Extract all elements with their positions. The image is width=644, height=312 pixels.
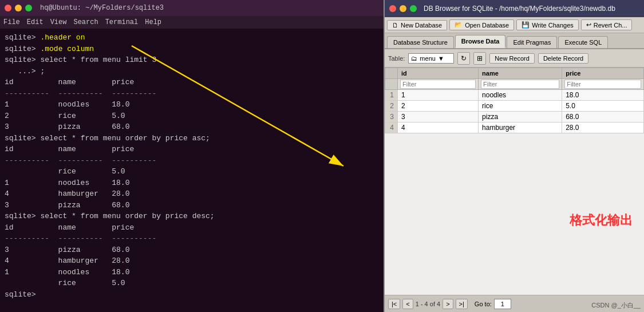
first-page-button[interactable]: |< <box>388 299 400 309</box>
terminal-line: 1 noodles 18.0 <box>5 177 379 189</box>
table-icon: 🗂 <box>411 55 417 62</box>
terminal-line: id name price <box>5 144 379 155</box>
terminal-line: sqlite> .header on <box>5 32 379 44</box>
delete-record-button[interactable]: Delete Record <box>538 53 588 64</box>
cell-id: 1 <box>398 90 479 101</box>
table-body: 1 1 noodles 18.0 2 2 rice 5.0 3 3 pizza … <box>385 90 644 133</box>
db-toolbar: Table: 🗂 menu ▼ ↻ ⊞ New Record Delete Re… <box>385 49 644 68</box>
revert-changes-button[interactable]: ↩ Revert Ch... <box>581 19 633 30</box>
menu-terminal[interactable]: Terminal <box>105 18 139 26</box>
cell-id: 4 <box>398 123 479 133</box>
terminal-titlebar: hq@Ubuntu: ~/MyFolders/sqlite3 <box>0 0 384 16</box>
menu-file[interactable]: File <box>3 18 20 26</box>
db-maximize-button[interactable] <box>410 5 417 12</box>
cell-name: rice <box>479 101 562 112</box>
table-row[interactable]: 1 1 noodles 18.0 <box>385 90 644 101</box>
goto-input[interactable] <box>494 299 511 309</box>
cell-price: 5.0 <box>562 101 644 112</box>
last-page-button[interactable]: >| <box>456 299 468 309</box>
terminal-line: sqlite> .mode column <box>5 44 379 55</box>
row-number: 2 <box>385 101 398 112</box>
cell-id: 2 <box>398 101 479 112</box>
cell-price: 68.0 <box>562 112 644 123</box>
terminal-line: ---------- ---------- ---------- <box>5 155 379 167</box>
terminal-line: 3 pizza 68.0 <box>5 244 379 256</box>
terminal-line: rice 5.0 <box>5 278 379 289</box>
write-changes-icon: 💾 <box>521 21 530 29</box>
terminal-line: ---------- ---------- ---------- <box>5 233 379 244</box>
maximize-button[interactable] <box>25 5 32 11</box>
terminal-line: id name price <box>5 77 379 88</box>
filter-row <box>385 79 644 90</box>
terminal-line: 4 hamburger 28.0 <box>5 188 379 200</box>
open-database-icon: 📂 <box>455 21 463 29</box>
menu-view[interactable]: View <box>50 18 67 26</box>
column-header-name[interactable]: name <box>479 68 562 79</box>
terminal-line: 1 noodles 18.0 <box>5 267 379 278</box>
terminal-line: 4 hamburger 28.0 <box>5 255 379 267</box>
table-header-row: id name price <box>385 68 644 79</box>
chinese-annotation: 格式化输出 <box>570 212 633 229</box>
terminal-line: id name price <box>5 222 379 234</box>
column-header-price[interactable]: price <box>562 68 644 79</box>
column-header-id[interactable]: id <box>398 68 479 79</box>
filter-price[interactable] <box>564 80 641 89</box>
menu-help[interactable]: Help <box>145 18 161 26</box>
filter-name[interactable] <box>481 80 559 89</box>
row-number: 4 <box>385 123 398 133</box>
table-selector[interactable]: 🗂 menu ▼ <box>408 53 454 64</box>
terminal-line: ...> ; <box>5 66 379 77</box>
new-database-icon: 🗋 <box>392 22 398 29</box>
terminal-line: sqlite> select * from menu order by pric… <box>5 133 379 144</box>
row-number-header <box>385 68 398 79</box>
tab-execute-sql[interactable]: Execute SQL <box>558 36 608 48</box>
terminal-title: hq@Ubuntu: ~/MyFolders/sqlite3 <box>40 4 164 12</box>
terminal-line: 1 noodles 18.0 <box>5 99 379 110</box>
goto-label: Go to: <box>475 301 492 307</box>
terminal-line: sqlite> select * from menu limit 3 <box>5 54 379 66</box>
menu-search[interactable]: Search <box>73 18 98 26</box>
data-table: id name price 1 1 noodles 18.0 2 2 rice <box>385 68 644 133</box>
table-row[interactable]: 2 2 rice 5.0 <box>385 101 644 112</box>
db-browser-window: DB Browser for SQLite - /home/hq/MyFolde… <box>384 0 644 312</box>
open-database-button[interactable]: 📂 Open Database <box>449 19 514 30</box>
tab-edit-pragmas[interactable]: Edit Pragmas <box>507 36 557 48</box>
cell-name: noodles <box>479 90 562 101</box>
terminal-line: rice 5.0 <box>5 166 379 177</box>
menu-edit[interactable]: Edit <box>27 18 44 26</box>
csdn-watermark: CSDN @_小白__ <box>591 301 641 310</box>
db-minimize-button[interactable] <box>400 5 406 12</box>
table-label: Table: <box>388 55 405 62</box>
terminal-line: 3 pizza 68.0 <box>5 200 379 211</box>
terminal-line: ---------- ---------- ---------- <box>5 88 379 100</box>
new-record-button[interactable]: New Record <box>489 53 535 64</box>
cell-price: 28.0 <box>562 123 644 133</box>
refresh-button[interactable]: ↻ <box>457 52 470 65</box>
table-name: menu <box>420 55 436 62</box>
terminal-line: sqlite> select * from menu order by pric… <box>5 211 379 222</box>
terminal-body[interactable]: sqlite> .header on sqlite> .mode column … <box>0 29 384 312</box>
cell-price: 18.0 <box>562 90 644 101</box>
row-number: 1 <box>385 90 398 101</box>
filter-id[interactable] <box>400 80 476 89</box>
terminal-window: hq@Ubuntu: ~/MyFolders/sqlite3 File Edit… <box>0 0 384 312</box>
cell-name: pizza <box>479 112 562 123</box>
filter-button[interactable]: ⊞ <box>473 52 486 65</box>
table-row[interactable]: 3 3 pizza 68.0 <box>385 112 644 123</box>
next-page-button[interactable]: > <box>442 299 453 309</box>
table-row[interactable]: 4 4 hamburger 28.0 <box>385 123 644 133</box>
row-number: 3 <box>385 112 398 123</box>
cell-name: hamburger <box>479 123 562 133</box>
tab-database-structure[interactable]: Database Structure <box>387 36 454 48</box>
terminal-line: 3 pizza 68.0 <box>5 121 379 133</box>
minimize-button[interactable] <box>15 5 22 11</box>
cell-id: 3 <box>398 112 479 123</box>
new-database-button[interactable]: 🗋 New Database <box>387 20 447 30</box>
close-button[interactable] <box>5 5 11 11</box>
tab-browse-data[interactable]: Browse Data <box>455 35 506 48</box>
db-close-button[interactable] <box>389 5 396 12</box>
terminal-line: sqlite> <box>5 289 379 301</box>
prev-page-button[interactable]: < <box>402 299 413 309</box>
write-changes-button[interactable]: 💾 Write Changes <box>516 19 579 30</box>
terminal-line: 2 rice 5.0 <box>5 110 379 122</box>
